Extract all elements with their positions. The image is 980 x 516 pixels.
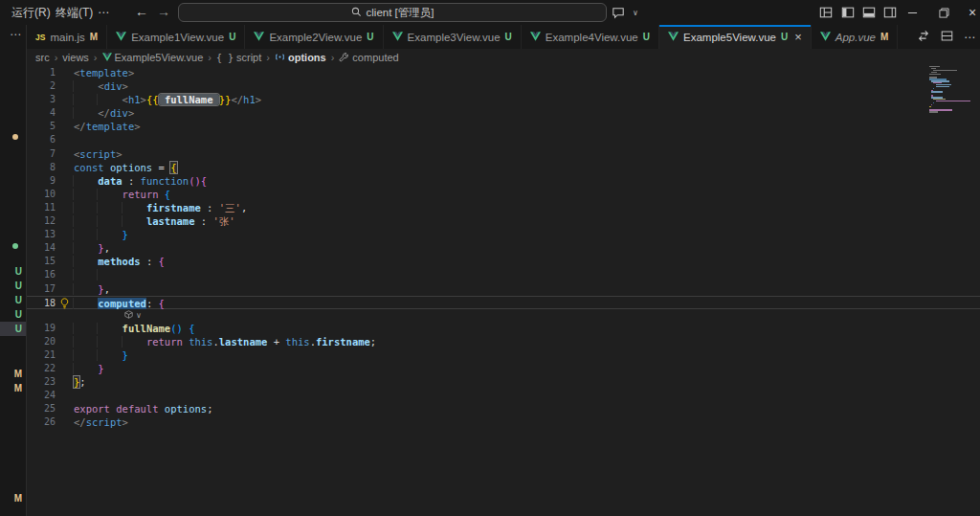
restore-icon[interactable] xyxy=(935,5,952,20)
minimize-icon[interactable] xyxy=(903,5,921,20)
line-number: 8 xyxy=(27,161,56,174)
explorer-more-actions-icon[interactable]: ⋯ xyxy=(10,28,22,41)
toggle-panel-icon[interactable] xyxy=(860,5,878,20)
code-line-8[interactable]: 8const options = { xyxy=(27,161,980,174)
breadcrumb-item-views[interactable]: views xyxy=(62,52,89,63)
code-text: }, xyxy=(74,241,110,255)
code-line-24[interactable]: 24 xyxy=(27,389,980,402)
open-changes-icon[interactable] xyxy=(917,29,930,46)
code-line-17[interactable]: 17 }, xyxy=(27,282,980,296)
line-number: 23 xyxy=(27,375,56,389)
code-line-9[interactable]: 9 data : function(){ xyxy=(27,174,980,188)
code-line-23[interactable]: 23}; xyxy=(27,375,980,389)
code-line-12[interactable]: 12 lastname : '张' xyxy=(27,214,980,228)
code-line-4[interactable]: 4 </div> xyxy=(27,106,980,120)
code-line-7[interactable]: 7<script> xyxy=(27,147,980,161)
line-number: 19 xyxy=(27,322,56,335)
code-line-1[interactable]: 1<template> xyxy=(27,66,980,79)
code-line-19[interactable]: 19 fullName() { xyxy=(27,322,980,335)
code-line-25[interactable]: 25export default options; xyxy=(27,402,980,415)
tab-Example1View.vue[interactable]: Example1View.vueU xyxy=(107,25,245,49)
git-status-badge: U xyxy=(781,32,788,42)
gutter-space xyxy=(56,255,74,268)
breadcrumb-item-script[interactable]: { }script xyxy=(216,52,261,63)
tab-App.vue[interactable]: App.vueM xyxy=(812,25,899,49)
code-line-16[interactable]: 16 xyxy=(27,268,980,281)
line-number: 10 xyxy=(27,188,56,201)
file-item-badge-U[interactable]: U xyxy=(0,264,26,279)
breadcrumb-label: options xyxy=(288,52,326,63)
tab-Example5View.vue[interactable]: Example5View.vueU× xyxy=(659,25,812,49)
code-line-11[interactable]: 11 firstname : '三', xyxy=(27,201,980,214)
vue-icon xyxy=(254,32,264,43)
breadcrumb-item-computed[interactable]: computed xyxy=(339,52,398,64)
code-text: export default options; xyxy=(74,402,212,415)
braces-icon: { } xyxy=(216,52,234,63)
forward-arrow-icon[interactable]: → xyxy=(157,0,170,25)
breadcrumb-item-Example5View.vue[interactable]: Example5View.vue xyxy=(102,52,204,63)
back-arrow-icon[interactable]: ← xyxy=(135,0,148,25)
tab-label: Example5View.vue xyxy=(683,32,776,43)
breadcrumb-item-options[interactable]: options xyxy=(275,52,326,64)
file-item-badge-U[interactable]: U xyxy=(0,279,26,293)
breadcrumb-separator: › xyxy=(94,52,98,63)
breadcrumb-item-src[interactable]: src xyxy=(35,52,50,63)
code-line-10[interactable]: 10 return { xyxy=(27,188,980,201)
code-editor[interactable]: 1<template>2 <div>3 <h1>{{ fullName }}</… xyxy=(27,66,980,516)
js-icon: JS xyxy=(35,33,45,42)
code-text: <script> xyxy=(74,147,122,161)
menu-more[interactable]: ⋯ xyxy=(92,0,115,25)
gutter-space xyxy=(56,147,74,161)
split-editor-icon[interactable] xyxy=(941,29,953,46)
file-item-badge-U[interactable]: U xyxy=(0,307,26,322)
toggle-secondary-sidebar-icon[interactable] xyxy=(881,5,899,20)
code-line-13[interactable]: 13 } xyxy=(27,228,980,241)
command-center-search[interactable]: client [管理员] xyxy=(178,3,607,22)
code-text: <h1>{{ fullName }}</h1> xyxy=(74,93,261,106)
file-item-badge-U[interactable]: U xyxy=(0,293,26,307)
tab-Example3View.vue[interactable]: Example3View.vueU xyxy=(384,25,522,49)
modified-folder-dot[interactable] xyxy=(12,243,18,249)
git-status-badge: U xyxy=(643,32,650,42)
code-line-6[interactable]: 6 xyxy=(27,133,980,146)
tab-Example4View.vue[interactable]: Example4View.vueU xyxy=(522,25,659,49)
tab-Example2View.vue[interactable]: Example2View.vueU xyxy=(245,25,383,49)
code-line-18[interactable]: 18 computed: { xyxy=(27,296,980,309)
code-line-3[interactable]: 3 <h1>{{ fullName }}</h1> xyxy=(27,93,980,106)
more-actions-icon[interactable]: ⋯ xyxy=(964,31,976,44)
file-item-badge-M[interactable]: M xyxy=(0,367,26,381)
line-number: 5 xyxy=(27,120,56,133)
code-line-21[interactable]: 21 } xyxy=(27,348,980,362)
file-item-badge-M[interactable]: M xyxy=(0,491,26,505)
code-line-26[interactable]: 26</script> xyxy=(27,415,980,429)
code-text xyxy=(74,268,122,281)
code-line-20[interactable]: 20 return this.lastname + this.firstname… xyxy=(27,335,980,348)
minimap[interactable] xyxy=(929,66,969,113)
code-line-22[interactable]: 22 } xyxy=(27,362,980,375)
inline-suggestion-widget[interactable]: ∨ xyxy=(27,309,980,322)
explorer-sidebar[interactable]: ⋯ UUUUUMMM xyxy=(0,25,27,516)
chat-icon[interactable] xyxy=(610,5,627,20)
code-line-5[interactable]: 5</template> xyxy=(27,120,980,133)
editor-group: JSmain.jsMExample1View.vueUExample2View.… xyxy=(27,25,980,516)
close-window-icon[interactable]: × xyxy=(964,5,980,20)
file-item-badge-M[interactable]: M xyxy=(0,381,26,395)
gutter-space xyxy=(56,362,74,375)
line-number: 7 xyxy=(27,147,56,161)
line-number: 13 xyxy=(27,228,56,241)
code-line-15[interactable]: 15 methods : { xyxy=(27,255,980,268)
customize-layout-icon[interactable] xyxy=(817,5,835,20)
menu-run[interactable]: 运行(R) xyxy=(6,0,56,25)
gutter-space xyxy=(56,375,74,389)
file-item-badge-U-selected[interactable]: U xyxy=(0,322,26,336)
toggle-primary-sidebar-icon[interactable] xyxy=(839,5,857,20)
chat-chevron-icon[interactable]: ∨ xyxy=(627,5,644,20)
code-line-14[interactable]: 14 }, xyxy=(27,241,980,255)
modified-folder-dot[interactable] xyxy=(12,134,18,140)
tab-main.js[interactable]: JSmain.jsM xyxy=(27,25,107,49)
line-number: 26 xyxy=(27,415,56,429)
code-line-2[interactable]: 2 <div> xyxy=(27,79,980,93)
line-number: 3 xyxy=(27,93,56,106)
close-tab-icon[interactable]: × xyxy=(794,33,802,42)
lightbulb-icon[interactable] xyxy=(56,297,74,308)
